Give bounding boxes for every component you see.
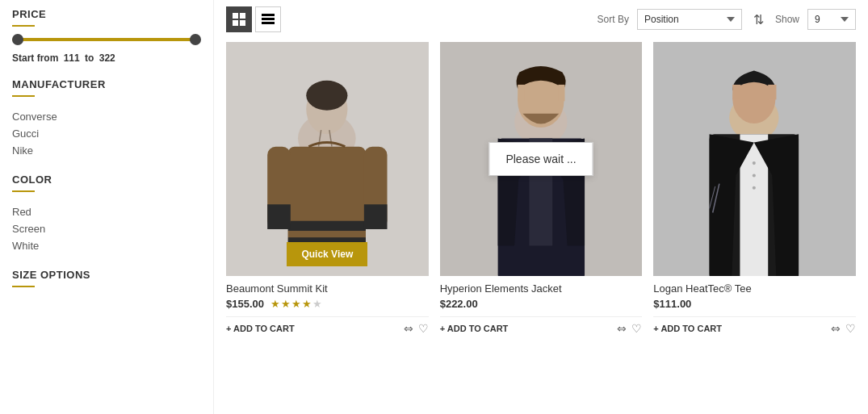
list-view-button[interactable] [255,6,281,32]
svg-rect-2 [233,20,238,26]
price-from-value: 111 [64,52,80,64]
quick-view-overlay-1: Quick view [226,232,429,276]
main-content: Sort By PositionNamePrice ⇅ Show 91827 [214,0,868,414]
price-slider-track[interactable] [12,38,201,41]
color-filter-title: COLOR [12,174,201,186]
product-grid: Quick view Beaumont Summit Kit $155.00 ★… [226,42,856,335]
compare-button-2[interactable]: ⇔ [617,322,627,335]
svg-rect-17 [364,204,388,229]
add-to-cart-button-1[interactable]: + ADD TO CART [226,324,295,333]
compare-button-1[interactable]: ⇔ [404,322,413,335]
product-action-icons-2: ⇔ ♡ [617,322,642,335]
size-title-underline [12,286,35,287]
color-item-white[interactable]: White [12,237,201,254]
quick-view-button-1[interactable]: Quick view [287,242,367,266]
price-slider-thumb-left[interactable] [12,34,23,45]
product-name-3: Logan HeatTec® Tee [653,282,856,295]
please-wait-tooltip: Please wait ... [489,142,593,176]
price-filter-section: PRICE Start from 111 to 322 [12,8,201,64]
size-filter-title: SIZE OPTIONS [12,269,201,281]
star-3: ★ [291,298,301,310]
manufacturer-filter-section: MANUFACTURER Converse Gucci Nike [12,78,201,159]
product-price-2: $222.00 [440,298,478,310]
sort-by-label: Sort By [598,14,629,25]
product-toolbar: Sort By PositionNamePrice ⇅ Show 91827 [226,6,856,32]
sort-direction-icon[interactable]: ⇅ [753,12,764,27]
star-1: ★ [270,298,280,310]
wishlist-button-2[interactable]: ♡ [631,322,642,335]
price-filter-title: PRICE [12,8,201,20]
price-slider-thumb-right[interactable] [190,34,201,45]
manufacturer-title-underline [12,95,35,97]
wishlist-button-1[interactable]: ♡ [418,322,429,335]
product-3-image-svg [653,42,856,276]
sidebar: PRICE Start from 111 to 322 MANUFACTURER… [0,0,214,414]
svg-rect-40 [733,85,741,99]
svg-rect-41 [769,85,777,99]
manufacturer-filter-title: MANUFACTURER [12,78,201,90]
star-2: ★ [281,298,291,310]
svg-point-36 [753,161,756,165]
product-action-icons-3: ⇔ ♡ [831,322,856,335]
product-price-3: $111.00 [653,298,691,310]
add-to-cart-button-2[interactable]: + ADD TO CART [440,324,509,333]
manufacturer-item-nike[interactable]: Nike [12,142,201,159]
svg-rect-0 [233,13,238,19]
product-price-1: $155.00 [226,298,264,310]
price-row-2: $222.00 [440,298,643,310]
show-label: Show [775,14,799,25]
star-4: ★ [302,298,312,310]
price-row-3: $111.00 [653,298,856,310]
product-name-1: Beaumont Summit Kit [226,282,429,295]
svg-point-37 [753,174,756,177]
sort-controls: Sort By PositionNamePrice ⇅ Show 91827 [598,9,856,30]
manufacturer-item-converse[interactable]: Converse [12,108,201,125]
grid-view-icon [233,13,245,26]
star-5: ★ [312,298,322,310]
product-name-2: Hyperion Elements Jacket [440,282,643,295]
svg-rect-1 [240,13,245,19]
svg-rect-6 [262,22,275,24]
size-filter-section: SIZE OPTIONS [12,269,201,287]
color-item-red[interactable]: Red [12,203,201,220]
svg-point-21 [306,81,347,111]
product-stars-1: ★ ★ ★ ★ ★ [270,298,322,310]
product-card-1: Quick view Beaumont Summit Kit $155.00 ★… [226,42,429,335]
add-to-cart-bar-2: + ADD TO CART ⇔ ♡ [440,316,643,335]
manufacturer-item-gucci[interactable]: Gucci [12,125,201,142]
price-title-underline [12,25,35,27]
view-toggle-buttons [226,6,281,32]
svg-rect-3 [240,20,245,26]
price-row-1: $155.00 ★ ★ ★ ★ ★ [226,298,429,310]
color-filter-section: COLOR Red Screen White [12,174,201,254]
svg-rect-29 [518,85,524,101]
sort-by-select[interactable]: PositionNamePrice [637,9,742,30]
wishlist-button-3[interactable]: ♡ [845,322,856,335]
grid-view-button[interactable] [226,6,252,32]
svg-rect-15 [267,204,291,229]
product-card-2: Please wait ... Hyperion Elements Jacket… [440,42,643,335]
color-item-screen[interactable]: Screen [12,220,201,237]
svg-rect-30 [558,85,564,101]
compare-button-3[interactable]: ⇔ [831,322,841,335]
list-view-icon [262,13,275,26]
color-title-underline [12,190,35,192]
product-image-2[interactable]: Please wait ... [440,42,643,276]
price-to-value: 322 [99,52,115,64]
product-image-1[interactable]: Quick view [226,42,429,276]
show-count-select[interactable]: 91827 [807,9,856,30]
price-range-display: Start from 111 to 322 [12,52,201,64]
svg-rect-4 [262,14,275,16]
price-slider-fill [12,38,198,41]
add-to-cart-bar-1: + ADD TO CART ⇔ ♡ [226,316,429,335]
add-to-cart-bar-3: + ADD TO CART ⇔ ♡ [653,316,856,335]
svg-rect-11 [288,221,366,231]
add-to-cart-button-3[interactable]: + ADD TO CART [653,324,722,333]
product-action-icons-1: ⇔ ♡ [404,322,429,335]
svg-rect-5 [262,18,275,20]
product-card-3: Logan HeatTec® Tee $111.00 + ADD TO CART… [653,42,856,335]
product-image-3[interactable] [653,42,856,276]
svg-point-38 [753,186,756,190]
